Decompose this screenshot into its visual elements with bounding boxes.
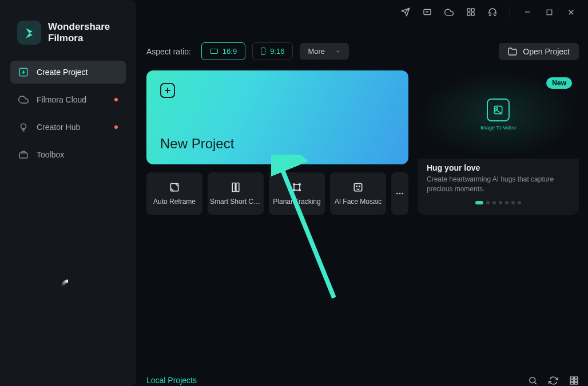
notification-dot xyxy=(114,98,118,101)
aspect-ratio-label: Aspect ratio: xyxy=(146,47,191,56)
toolbar: Aspect ratio: 16:9 9:16 More Open Projec… xyxy=(146,42,579,60)
more-dropdown[interactable]: More xyxy=(300,43,349,60)
svg-rect-0 xyxy=(424,9,431,14)
svg-rect-1 xyxy=(467,9,470,11)
view-grid-icon[interactable] xyxy=(569,375,579,385)
carousel-dot[interactable] xyxy=(499,201,502,204)
toolbox-icon xyxy=(18,149,29,160)
svg-point-30 xyxy=(529,377,535,383)
reframe-icon xyxy=(169,182,180,193)
tool-ai-face-mosaic[interactable]: AI Face Mosaic xyxy=(330,172,386,215)
svg-rect-35 xyxy=(574,380,578,382)
carousel-dot[interactable] xyxy=(475,201,483,204)
refresh-icon[interactable] xyxy=(548,375,558,385)
close-icon[interactable] xyxy=(566,7,575,17)
carousel-dot[interactable] xyxy=(486,201,490,204)
svg-point-24 xyxy=(359,186,360,187)
new-project-title: New Project xyxy=(160,136,395,152)
carousel-dot[interactable] xyxy=(505,201,508,204)
notification-dot xyxy=(114,125,118,129)
sidebar-nav: Create Project Filmora Cloud Creator Hub… xyxy=(0,61,136,166)
svg-rect-3 xyxy=(467,13,470,15)
svg-rect-16 xyxy=(236,183,239,192)
carousel-dot[interactable] xyxy=(492,201,496,204)
sidebar-item-label: Filmora Cloud xyxy=(37,95,86,104)
svg-point-21 xyxy=(299,190,301,191)
carousel-dots[interactable] xyxy=(418,201,579,209)
sidebar-item-create-project[interactable]: Create Project xyxy=(10,61,126,84)
plus-icon: + xyxy=(160,83,175,98)
main-content: Aspect ratio: 16:9 9:16 More Open Projec… xyxy=(146,42,579,377)
promo-description: Create heartwarming AI hugs that capture… xyxy=(427,175,570,194)
svg-point-25 xyxy=(396,193,398,195)
minimize-icon[interactable] xyxy=(523,7,532,17)
sidebar-item-label: Creator Hub xyxy=(37,123,80,132)
promo-card[interactable]: New Image To Video Hug your love Create … xyxy=(418,70,579,215)
cloud-icon[interactable] xyxy=(444,7,454,17)
logo-icon xyxy=(17,21,41,45)
promo-title: Hug your love xyxy=(427,163,570,172)
open-project-button[interactable]: Open Project xyxy=(499,43,579,60)
svg-rect-15 xyxy=(232,183,235,192)
svg-point-12 xyxy=(21,124,26,129)
sidebar: Wondershare Filmora Create Project Filmo… xyxy=(0,0,136,386)
brand-name-1: Wondershare xyxy=(48,21,110,33)
plus-square-icon xyxy=(18,67,29,77)
image-to-video-icon xyxy=(487,99,510,121)
maximize-icon[interactable] xyxy=(545,7,554,17)
svg-rect-13 xyxy=(19,153,27,158)
tool-more[interactable] xyxy=(391,172,408,215)
svg-point-23 xyxy=(356,186,357,187)
carousel-dot[interactable] xyxy=(518,201,521,204)
headset-icon[interactable] xyxy=(488,7,497,17)
face-mosaic-icon xyxy=(352,182,364,193)
tool-label: Planar Tracking xyxy=(273,198,320,206)
aspect-ratio-916[interactable]: 9:16 xyxy=(252,42,293,60)
svg-rect-2 xyxy=(471,9,474,11)
tool-planar-tracking[interactable]: Planar Tracking xyxy=(269,172,325,215)
svg-point-18 xyxy=(293,184,295,186)
grid-icon[interactable] xyxy=(466,7,475,17)
search-icon[interactable] xyxy=(527,375,538,385)
new-project-card[interactable]: + New Project xyxy=(146,70,408,164)
landscape-icon xyxy=(210,49,218,54)
loading-spinner xyxy=(61,279,75,293)
svg-rect-22 xyxy=(354,183,361,191)
more-label: More xyxy=(308,47,325,56)
ellipsis-icon xyxy=(394,188,406,199)
bulb-icon xyxy=(18,122,29,132)
aspect-ratio-value: 9:16 xyxy=(270,47,284,56)
svg-point-26 xyxy=(399,193,401,195)
svg-line-31 xyxy=(534,382,536,384)
svg-point-29 xyxy=(496,108,498,109)
message-icon[interactable] xyxy=(423,7,432,17)
sidebar-item-label: Toolbox xyxy=(37,150,64,159)
sidebar-item-label: Create Project xyxy=(37,68,88,77)
svg-point-20 xyxy=(293,190,295,191)
tool-auto-reframe[interactable]: Auto Reframe xyxy=(146,172,202,215)
send-icon[interactable] xyxy=(401,7,410,17)
tool-label: Auto Reframe xyxy=(153,198,196,206)
sidebar-item-toolbox[interactable]: Toolbox xyxy=(10,143,126,166)
svg-rect-32 xyxy=(570,377,574,379)
svg-rect-4 xyxy=(471,13,474,15)
tracking-icon xyxy=(291,182,303,193)
tool-label: AI Face Mosaic xyxy=(335,198,382,206)
brand-name-2: Filmora xyxy=(48,33,110,44)
svg-rect-6 xyxy=(547,10,552,15)
sidebar-item-filmora-cloud[interactable]: Filmora Cloud xyxy=(10,88,126,111)
svg-rect-37 xyxy=(574,383,578,384)
chevron-down-icon xyxy=(335,49,341,54)
app-logo: Wondershare Filmora xyxy=(0,21,136,61)
new-badge: New xyxy=(546,77,572,89)
titlebar xyxy=(388,0,588,24)
tool-smart-short-clip[interactable]: Smart Short Cli... xyxy=(208,172,264,215)
aspect-ratio-169[interactable]: 16:9 xyxy=(201,42,245,60)
local-projects-title: Local Projects xyxy=(146,376,197,385)
cloud-icon xyxy=(18,94,29,105)
svg-rect-17 xyxy=(294,184,300,190)
sidebar-item-creator-hub[interactable]: Creator Hub xyxy=(10,116,126,139)
promo-icon-label: Image To Video xyxy=(480,125,516,131)
svg-rect-33 xyxy=(574,377,578,379)
carousel-dot[interactable] xyxy=(511,201,515,204)
